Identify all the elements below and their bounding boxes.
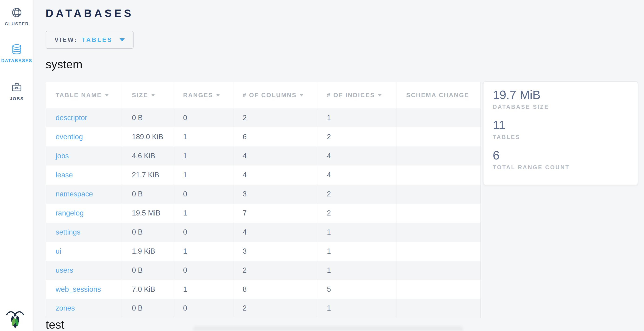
sidebar-item-jobs[interactable]: JOBS [0,82,34,101]
table-name-link[interactable]: rangelog [56,209,84,217]
table-name-link[interactable]: zones [56,304,75,312]
table-cell: namespace [46,185,122,204]
table-name-link[interactable]: ui [56,247,61,255]
table-cell: 4 [233,223,317,242]
table-cell: zones [46,299,122,318]
briefcase-icon [11,82,22,93]
table-cell [396,108,481,127]
sidebar-item-label: DATABASES [1,58,32,63]
column-header-label: # OF INDICES [327,92,375,99]
sidebar-item-label: JOBS [10,96,24,101]
table-cell [396,242,481,261]
table-row: namespace0 B032 [46,185,481,204]
database-icon [11,44,22,55]
table-cell [396,204,481,223]
database-section-title-test: test [46,318,64,331]
summary-stat: 6TOTAL RANGE COUNT [493,148,628,171]
table-cell: 0 B [122,185,173,204]
table-cell: 4.6 KiB [122,146,173,165]
table-cell: 8 [233,280,317,299]
summary-stat: 11TABLES [493,118,628,141]
table-cell: 0 [173,299,233,318]
table-row: eventlog189.0 KiB162 [46,127,481,146]
globe-icon [11,7,22,18]
table-cell [396,165,481,185]
table-body: descriptor0 B021eventlog189.0 KiB162jobs… [46,108,481,318]
table-row: descriptor0 B021 [46,108,481,127]
column-header-ranges[interactable]: RANGES [173,82,233,108]
table-name-link[interactable]: eventlog [56,133,83,141]
table-name-link[interactable]: jobs [56,152,69,160]
stat-label: TABLES [493,134,628,141]
table-cell: 4 [233,146,317,165]
table-cell: 19.5 MiB [122,204,173,223]
table-cell: 0 B [122,223,173,242]
table-cell: 1 [173,242,233,261]
table-cell: 0 [173,108,233,127]
table-name-link[interactable]: lease [56,171,73,179]
table-cell: eventlog [46,127,122,146]
table-name-link[interactable]: namespace [56,190,93,198]
table-cell: 4 [317,146,396,165]
table-row: web_sessions7.0 KiB185 [46,280,481,299]
table-row: users0 B021 [46,261,481,280]
table-cell: 189.0 KiB [122,127,173,146]
column-header-label: SCHEMA CHANGE [406,92,469,99]
table-cell [396,146,481,165]
stat-label: DATABASE SIZE [493,103,628,110]
sidebar: CLUSTERDATABASESJOBS [0,0,34,331]
table-cell: 1 [317,261,396,280]
table-cell: 2 [233,108,317,127]
view-selector-value: TABLES [82,36,112,43]
table-row: rangelog19.5 MiB172 [46,204,481,223]
cockroach-icon [6,310,25,329]
table-cell: lease [46,165,122,185]
column-header-table-name[interactable]: TABLE NAME [46,82,122,108]
page-title: DATABASES [46,7,134,19]
table-name-link[interactable]: users [56,266,73,274]
column-header-label: RANGES [183,92,213,99]
table-cell: rangelog [46,204,122,223]
table-cell: 3 [233,242,317,261]
tables-table: TABLE NAMESIZERANGES# OF COLUMNS# OF IND… [46,82,481,318]
view-selector[interactable]: VIEW: TABLES [46,31,134,49]
table-cell: 2 [233,299,317,318]
table-cell [396,280,481,299]
sidebar-item-databases[interactable]: DATABASES [0,44,34,63]
column-header-label: # OF COLUMNS [243,92,297,99]
table-cell: 0 [173,223,233,242]
column-header--of-columns[interactable]: # OF COLUMNS [233,82,317,108]
table-cell: 1 [317,223,396,242]
table-row: settings0 B041 [46,223,481,242]
table-cell: 0 B [122,299,173,318]
table-cell: 1 [173,146,233,165]
sort-arrow-icon [105,94,108,96]
table-cell: 5 [317,280,396,299]
stat-value: 11 [493,118,628,132]
table-name-link[interactable]: web_sessions [56,285,101,293]
table-cell [396,261,481,280]
table-cell: 6 [233,127,317,146]
table-cell: 1 [317,242,396,261]
database-section-title-system: system [46,58,82,71]
table-cell: 7.0 KiB [122,280,173,299]
column-header-label: SIZE [132,92,148,99]
column-header--of-indices[interactable]: # OF INDICES [317,82,396,108]
table-cell [396,185,481,204]
table-name-link[interactable]: settings [56,228,80,236]
table-cell: 3 [233,185,317,204]
column-header-schema-change: SCHEMA CHANGE [396,82,481,108]
table-cell: 2 [233,261,317,280]
table-cell: 4 [317,165,396,185]
summary-stat: 19.7 MiBDATABASE SIZE [493,88,628,110]
table-header-row: TABLE NAMESIZERANGES# OF COLUMNS# OF IND… [46,82,481,108]
table-cell [396,223,481,242]
cockroachdb-logo[interactable] [6,310,25,329]
sidebar-item-cluster[interactable]: CLUSTER [0,7,34,26]
column-header-size[interactable]: SIZE [122,82,173,108]
table-cell: 1 [173,127,233,146]
table-cell: 1 [317,108,396,127]
table-cell: 1 [173,204,233,223]
table-cell: 0 B [122,261,173,280]
table-name-link[interactable]: descriptor [56,114,87,122]
